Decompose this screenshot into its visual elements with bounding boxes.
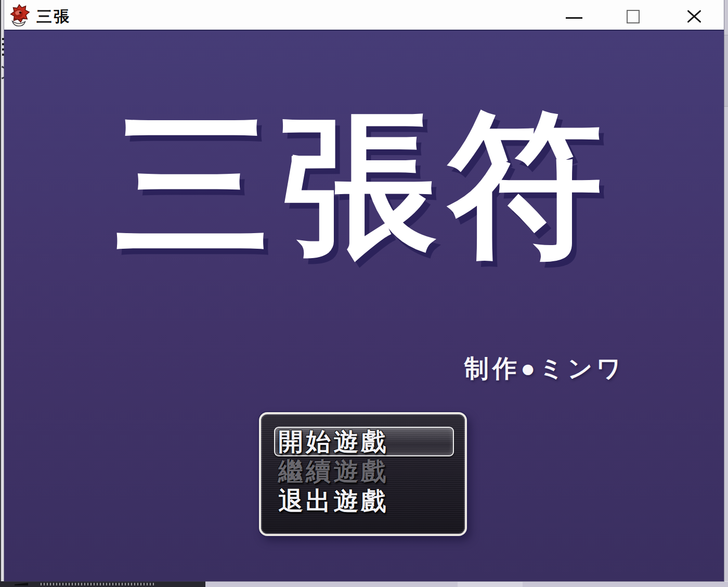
taskbar-arrow-icon — [15, 583, 28, 585]
game-title-logo: 三張符 — [4, 97, 724, 272]
taskbar-tiny-glyphs — [41, 583, 154, 585]
background-taskbar-strip — [0, 581, 205, 587]
background-desktop-segment — [458, 582, 523, 587]
dragon-app-icon — [7, 3, 31, 28]
title-menu-items: 開始遊戲 繼續遊戲 退出遊戲 — [274, 427, 454, 516]
background-window-left-sliver — [0, 0, 4, 581]
background-desktop-strip — [205, 581, 728, 587]
window-title: 三張 — [36, 6, 71, 28]
menu-item-exit-game[interactable]: 退出遊戲 — [274, 486, 454, 516]
menu-item-continue-game[interactable]: 繼續遊戲 — [274, 456, 454, 486]
minimize-button[interactable] — [562, 6, 586, 27]
maximize-icon — [627, 10, 640, 23]
minimize-icon — [566, 17, 582, 19]
credit-text: 制作●ミンワ — [464, 352, 625, 385]
window-titlebar: 三張 — [4, 0, 724, 30]
close-button[interactable] — [680, 3, 707, 29]
scrollbar-thumb — [724, 35, 728, 107]
background-scrollbar-sliver — [724, 0, 728, 581]
title-menu-window: 開始遊戲 繼續遊戲 退出遊戲 — [259, 412, 467, 536]
menu-item-start-game[interactable]: 開始遊戲 — [274, 427, 454, 456]
game-window: 三張 三張符 制作●ミンワ 開始遊戲 繼續遊戲 退出遊戲 — [4, 0, 724, 581]
game-screen: 三張符 制作●ミンワ 開始遊戲 繼續遊戲 退出遊戲 — [4, 30, 724, 581]
desktop: 三張 三張符 制作●ミンワ 開始遊戲 繼續遊戲 退出遊戲 — [0, 0, 728, 587]
maximize-button[interactable] — [622, 5, 645, 28]
